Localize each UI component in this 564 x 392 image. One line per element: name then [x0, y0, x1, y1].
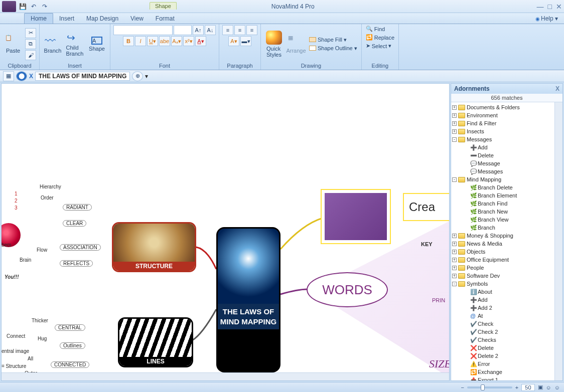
tree-folder[interactable]: -Symbols — [451, 280, 554, 288]
slider-thumb[interactable] — [481, 384, 485, 390]
tree-toggle[interactable]: - — [452, 282, 457, 286]
tree-item[interactable]: ✔️Check — [451, 320, 554, 328]
tree-item[interactable]: 🌿Branch New — [451, 208, 554, 216]
case-button[interactable]: Aₐ▾ — [171, 36, 182, 46]
italic-button[interactable]: I — [135, 36, 146, 46]
strike-button[interactable]: abe — [159, 36, 170, 46]
save-icon[interactable]: 💾 — [18, 2, 27, 11]
tree-item[interactable]: 🌿Branch — [451, 224, 554, 232]
tree-item[interactable]: @At — [451, 312, 554, 320]
node-crea[interactable]: Crea — [403, 193, 449, 221]
paste-button[interactable]: 📋 Paste — [3, 35, 23, 54]
tree-toggle[interactable]: + — [452, 266, 457, 270]
horizontal-scrollbar[interactable] — [2, 372, 449, 380]
tree-folder[interactable]: +Insects — [451, 127, 554, 135]
node-structure[interactable]: STRUCTURE — [112, 222, 196, 272]
shape-fill-button[interactable]: Shape Fill ▾ — [308, 36, 358, 44]
mindmap-canvas[interactable]: Hierarchy Order RADIANT CLEAR ASSOCIATIO… — [2, 84, 449, 372]
adornments-tree[interactable]: +Documents & Folders+Environment+Find & … — [451, 102, 554, 380]
tree-toggle[interactable]: + — [452, 129, 457, 134]
zoom-slider[interactable] — [467, 386, 512, 388]
tree-item[interactable]: 🌿Branch Element — [451, 191, 554, 200]
font-color-button[interactable]: A▾ — [195, 36, 206, 46]
undo-icon[interactable]: ↶ — [29, 2, 38, 11]
tree-item[interactable]: 📤Export 1 — [451, 376, 554, 380]
tree-item[interactable]: 🌿Branch Delete — [451, 183, 554, 191]
align-right-button[interactable]: ≡ — [246, 25, 257, 35]
branch-button[interactable]: 〰Branch — [43, 35, 63, 54]
tree-toggle[interactable]: + — [452, 242, 457, 246]
shrink-font-button[interactable]: A↓ — [205, 25, 216, 35]
tab-map-design[interactable]: Map Design — [80, 14, 124, 24]
target-icon[interactable]: ⊕ — [132, 71, 143, 81]
format-painter-button[interactable]: 🖌 — [25, 50, 36, 60]
tree-item[interactable]: 🌿Branch View — [451, 216, 554, 224]
bold-button[interactable]: B — [123, 36, 134, 46]
replace-button[interactable]: 🔁Replace — [365, 34, 395, 41]
tree-item[interactable]: ➖Delete — [451, 151, 554, 159]
breadcrumb-title[interactable]: THE LAWS OF MIND MAPPING — [35, 72, 130, 81]
tree-item[interactable]: 🌿Branch Find — [451, 200, 554, 208]
select-button[interactable]: ➤Select ▾ — [365, 42, 393, 50]
font-family-select[interactable] — [113, 25, 173, 35]
tree-toggle[interactable]: + — [452, 113, 457, 118]
node-lines[interactable]: LINES — [118, 317, 193, 367]
tree-toggle[interactable]: - — [452, 137, 457, 142]
tree-toggle[interactable]: + — [452, 250, 457, 254]
redo-icon[interactable]: ↷ — [40, 2, 49, 11]
zoom-value[interactable]: 50 — [521, 384, 534, 391]
tree-folder[interactable]: +Documents & Folders — [451, 103, 554, 111]
close-icon[interactable]: ✕ — [556, 3, 562, 11]
tree-item[interactable]: ⚠️Error — [451, 360, 554, 368]
view-grid-icon[interactable]: ▦ — [3, 71, 14, 81]
fit-icon[interactable]: ▣ — [538, 384, 543, 390]
tree-folder[interactable]: +News & Media — [451, 240, 554, 248]
tree-folder[interactable]: +Find & Filter — [451, 119, 554, 127]
quick-styles-button[interactable]: Quick Styles — [264, 31, 284, 58]
shape-outline-button[interactable]: Shape Outline ▾ — [308, 45, 358, 52]
align-center-button[interactable]: ≡ — [234, 25, 245, 35]
tab-home[interactable]: Home — [24, 13, 53, 24]
find-button[interactable]: 🔍Find — [365, 25, 386, 33]
help-link[interactable]: Help ▾ — [533, 14, 560, 24]
chevron-down-icon[interactable]: ▾ — [145, 73, 148, 80]
panel-close-icon[interactable]: X — [555, 85, 559, 92]
tree-toggle[interactable]: + — [452, 105, 457, 110]
tree-toggle[interactable]: + — [452, 258, 457, 262]
grow-font-button[interactable]: A↑ — [193, 25, 204, 35]
node-words[interactable]: WORDS — [307, 272, 388, 307]
tree-item[interactable]: ✔️Check 2 — [451, 328, 554, 336]
shape-button[interactable]: AShape — [87, 37, 107, 52]
zoom-in-icon[interactable]: + — [515, 384, 518, 390]
fill-button[interactable]: ▬▾ — [240, 36, 251, 46]
app-logo[interactable] — [2, 1, 16, 12]
minimize-icon[interactable]: — — [537, 3, 544, 11]
tree-item[interactable]: ➕Add — [451, 143, 554, 151]
tree-toggle[interactable]: + — [452, 234, 457, 238]
tree-item[interactable]: ➕Add — [451, 296, 554, 304]
delete-x-icon[interactable]: X — [29, 73, 33, 80]
child-branch-button[interactable]: ↪Child Branch — [65, 32, 85, 57]
cut-button[interactable]: ✂ — [25, 28, 36, 38]
tree-folder[interactable]: +Money & Shopping — [451, 232, 554, 240]
tree-folder[interactable]: -Mind Mapping — [451, 175, 554, 183]
tab-view[interactable]: View — [124, 14, 150, 24]
highlight-button[interactable]: A▾ — [228, 36, 239, 46]
tree-item[interactable]: 💬Message — [451, 159, 554, 167]
superscript-button[interactable]: x²▾ — [183, 36, 194, 46]
tree-folder[interactable]: +Software Dev — [451, 272, 554, 280]
tree-folder[interactable]: -Messages — [451, 135, 554, 143]
tree-folder[interactable]: +People — [451, 264, 554, 272]
tree-toggle[interactable]: + — [452, 274, 457, 278]
zoom-out-icon[interactable]: − — [461, 384, 464, 390]
tree-toggle[interactable]: + — [452, 121, 457, 126]
copy-button[interactable]: ⧉ — [25, 39, 36, 49]
tree-item[interactable]: ➕Add 2 — [451, 304, 554, 312]
central-topic[interactable]: THE LAWS OF MIND MAPPING — [216, 227, 280, 372]
tab-insert[interactable]: Insert — [53, 14, 80, 24]
tree-folder[interactable]: +Office Equipment — [451, 256, 554, 264]
vertical-scrollbar[interactable] — [554, 102, 562, 380]
tree-item[interactable]: 💬Messages — [451, 167, 554, 175]
arrange-button[interactable]: ▦Arrange — [286, 35, 306, 54]
nav-back-icon[interactable]: ⬤ — [16, 71, 27, 81]
